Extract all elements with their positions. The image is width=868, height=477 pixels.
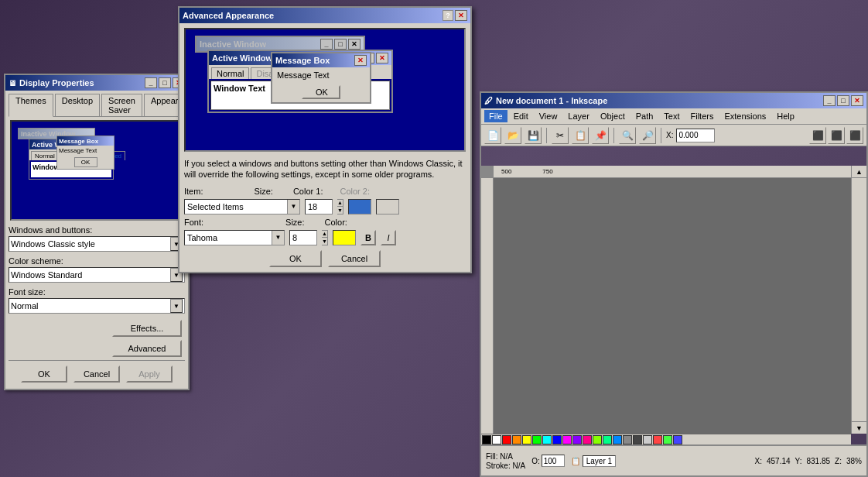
palette-darkgray[interactable] (633, 435, 642, 444)
item-size-input[interactable]: 18 (305, 199, 333, 214)
toolbar-cut[interactable]: ✂ (552, 127, 569, 144)
toolbar-open[interactable]: 📂 (504, 127, 521, 144)
adv-msgbox-ok[interactable]: OK (302, 85, 340, 99)
palette-sky[interactable] (613, 435, 622, 444)
toolbar-new[interactable]: 📄 (484, 127, 501, 144)
maximize-button[interactable]: □ (159, 77, 171, 88)
palette-yellow[interactable] (522, 435, 531, 444)
inkscape-icon: 🖊 (484, 96, 493, 105)
bold-button[interactable]: B (361, 230, 376, 245)
inkscape-vscroll[interactable]: ▲ ▼ (851, 166, 866, 434)
palette-gray[interactable] (623, 435, 632, 444)
palette-white[interactable] (492, 435, 501, 444)
palette-lightblue[interactable] (673, 435, 682, 444)
adv-active-close[interactable]: ✕ (376, 53, 388, 63)
font-size-dropdown[interactable]: Normal ▼ (9, 298, 185, 314)
menu-path[interactable]: Path (631, 110, 658, 122)
menu-layer[interactable]: Layer (563, 110, 594, 122)
adv-inactive-min[interactable]: _ (320, 39, 333, 50)
palette-lime[interactable] (593, 435, 602, 444)
inkscape-canvas[interactable]: 500 750 (481, 166, 851, 434)
palette-cyan[interactable] (542, 435, 552, 444)
toolbar-save[interactable]: 💾 (525, 127, 542, 144)
inkscape-close[interactable]: ✕ (851, 95, 863, 106)
adv-ok-button[interactable]: OK (269, 250, 322, 267)
item-dropdown-arrow[interactable]: ▼ (287, 200, 299, 214)
toolbar-copy[interactable]: 📋 (572, 127, 589, 144)
inkscape-toolbar: 📄 📂 💾 ✂ 📋 📌 🔍 🔎 X: 0.000 ⬛ ⬛ ⬛ (481, 125, 866, 146)
toolbar-zoom-out[interactable]: 🔎 (639, 127, 656, 144)
size-spin-up[interactable]: ▲ (337, 200, 343, 208)
palette-violet[interactable] (572, 435, 582, 444)
inkscape-max[interactable]: □ (837, 95, 849, 106)
tab-screensaver[interactable]: Screen Saver (101, 94, 142, 116)
palette-magenta[interactable] (562, 435, 572, 444)
toolbar-paste[interactable]: 📌 (592, 127, 609, 144)
palette-green[interactable] (532, 435, 542, 444)
menu-edit[interactable]: Edit (509, 110, 533, 122)
apply-button[interactable]: Apply (126, 365, 173, 383)
color-scheme-dropdown[interactable]: Windows Standard ▼ (9, 267, 185, 283)
canvas-area[interactable] (494, 178, 851, 434)
menu-text[interactable]: Text (659, 110, 684, 122)
vscroll-down[interactable]: ▼ (852, 421, 866, 434)
color-palette (481, 434, 851, 444)
palette-red[interactable] (502, 435, 511, 444)
toolbar-align-right[interactable]: ⬛ (846, 127, 863, 144)
size-spin-down[interactable]: ▼ (337, 207, 343, 214)
font-size-spin-up[interactable]: ▲ (322, 231, 327, 238)
x-coord-input[interactable]: 0.000 (676, 129, 715, 142)
palette-pink[interactable] (583, 435, 592, 444)
palette-black[interactable] (482, 435, 491, 444)
cancel-button[interactable]: Cancel (73, 365, 120, 383)
mini-ok-button[interactable]: OK (74, 157, 97, 167)
palette-teal[interactable] (603, 435, 612, 444)
help-button[interactable]: ? (443, 10, 453, 21)
advanced-button[interactable]: Advanced (112, 340, 182, 357)
vscroll-track[interactable] (852, 178, 866, 421)
menu-extensions[interactable]: Extensions (719, 110, 771, 122)
tab-desktop[interactable]: Desktop (55, 94, 100, 116)
palette-orange[interactable] (512, 435, 521, 444)
font-dropdown[interactable]: Tahoma ▼ (184, 230, 285, 245)
color2-swatch[interactable] (376, 199, 399, 214)
opacity-input[interactable]: 100 (542, 455, 565, 467)
minimize-button[interactable]: _ (145, 77, 157, 88)
font-color-swatch[interactable] (333, 230, 356, 245)
adv-close-button[interactable]: ✕ (455, 10, 467, 21)
item-dropdown[interactable]: Selected Items ▼ (184, 199, 300, 214)
menu-filters[interactable]: Filters (686, 110, 719, 122)
font-size-input[interactable]: 8 (289, 230, 317, 245)
toolbar-align-center[interactable]: ⬛ (828, 127, 845, 144)
italic-button[interactable]: I (381, 230, 396, 245)
font-size-spin[interactable]: ▲ ▼ (322, 230, 328, 245)
tab-themes[interactable]: Themes (9, 94, 53, 117)
adv-inactive-max[interactable]: □ (334, 39, 347, 50)
palette-blue[interactable] (552, 435, 562, 444)
font-size-arrow[interactable]: ▼ (170, 299, 183, 313)
adv-cancel-button[interactable]: Cancel (328, 250, 381, 267)
toolbar-zoom-in[interactable]: 🔍 (619, 127, 636, 144)
ok-button[interactable]: OK (21, 365, 67, 383)
layer-dropdown[interactable]: Layer 1 (583, 455, 616, 467)
font-dropdown-arrow[interactable]: ▼ (272, 231, 284, 245)
font-size-spin-down[interactable]: ▼ (322, 238, 327, 245)
vscroll-up[interactable]: ▲ (852, 166, 866, 178)
color1-swatch[interactable] (348, 199, 371, 214)
toolbar-align-left[interactable]: ⬛ (809, 127, 826, 144)
inkscape-min[interactable]: _ (823, 95, 836, 106)
palette-lightgray[interactable] (643, 435, 652, 444)
effects-button[interactable]: Effects... (112, 320, 182, 337)
inkscape-menubar: File Edit View Layer Object Path Text Fi… (481, 108, 866, 125)
windows-buttons-label: Windows and buttons: (9, 225, 185, 235)
menu-object[interactable]: Object (596, 110, 630, 122)
item-size-spin[interactable]: ▲ ▼ (337, 199, 343, 214)
adv-inactive-close[interactable]: ✕ (348, 39, 361, 50)
palette-lightred[interactable] (653, 435, 662, 444)
menu-view[interactable]: View (535, 110, 562, 122)
palette-lightgreen[interactable] (663, 435, 672, 444)
menu-help[interactable]: Help (772, 110, 799, 122)
windows-buttons-dropdown[interactable]: Windows Classic style ▼ (9, 236, 185, 252)
adv-msgbox-close[interactable]: ✕ (354, 55, 367, 66)
menu-file[interactable]: File (484, 110, 507, 122)
